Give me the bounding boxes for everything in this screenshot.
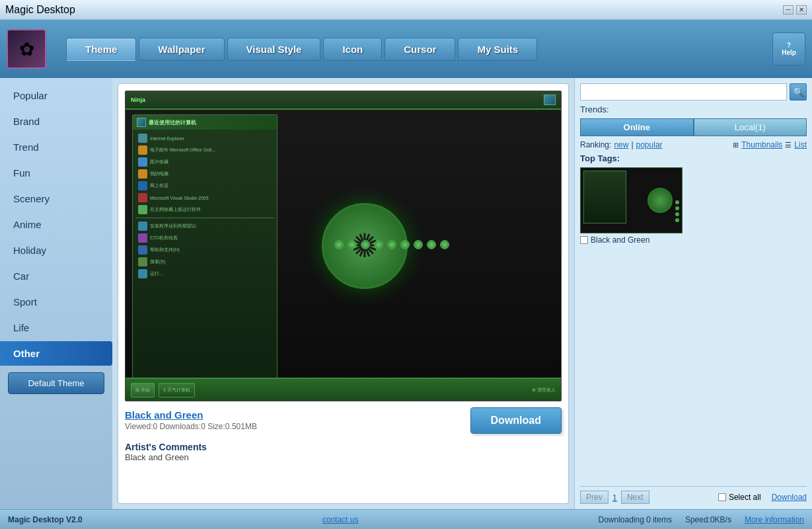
grid-icon: ⊞: [733, 141, 739, 149]
artist-comments-title: Artist's Comments: [125, 442, 562, 452]
preview-taskbar-bottom: ⊞ 开始 ☿ 天气计算机 ⊕漂亮美人: [126, 378, 561, 401]
panel-tabs: Online Local(1): [580, 118, 807, 136]
tab-visual-style[interactable]: Visual Style: [227, 38, 321, 61]
preview-dots: [334, 240, 521, 249]
sidebar-item-fun[interactable]: Fun: [0, 161, 112, 185]
preview-window: 最近使用过的计算机 Internet Explorer 电子邮件 Microso…: [132, 114, 277, 401]
thumb-mini-panel: [583, 171, 626, 224]
select-all-row: Select all: [718, 493, 761, 502]
thumbnail-image[interactable]: [580, 167, 683, 233]
sidebar: Popular Brand Trend Fun Scenery Anime Ho…: [0, 78, 112, 509]
page-number[interactable]: 1: [612, 493, 617, 503]
artist-comments-text: Black and Green: [125, 452, 562, 462]
theme-download-row: Black and Green Viewed:0 Downloads:0 Siz…: [125, 407, 562, 434]
thumbnails-link[interactable]: Thumbnails: [741, 140, 782, 149]
status-more-info[interactable]: More information: [745, 515, 804, 524]
sidebar-item-life[interactable]: Life: [0, 315, 112, 340]
theme-meta: Viewed:0 Downloads:0 Size:0.501MB: [125, 422, 257, 431]
sidebar-item-other[interactable]: Other: [0, 341, 112, 366]
sidebar-item-popular[interactable]: Popular: [0, 83, 112, 108]
nav-tabs: Theme Wallpaper Visual Style Icon Cursor…: [53, 38, 766, 61]
help-button[interactable]: ? Help: [772, 32, 805, 65]
status-speed: Speed:0KB/s: [685, 515, 731, 524]
thumb-mini-badge: [647, 188, 673, 213]
sidebar-item-brand[interactable]: Brand: [0, 109, 112, 134]
app-logo: ✿: [7, 29, 46, 69]
status-version: Magic Desktop V2.0: [8, 515, 83, 524]
preview-image: Ninja 最近使用过的计算机 Internet Explorer 电子邮件 M…: [125, 91, 562, 401]
ranking-label: Ranking:: [580, 140, 611, 149]
ranking-row: Ranking: new | popular ⊞ Thumbnails ☰ Li…: [580, 140, 807, 149]
next-button[interactable]: Next: [621, 491, 649, 504]
right-panel: 🔍 Trends: Online Local(1) Ranking: new |…: [574, 78, 812, 509]
app-title: Magic Desktop: [5, 4, 75, 16]
main-area: Popular Brand Trend Fun Scenery Anime Ho…: [0, 78, 812, 509]
content-area: Ninja 最近使用过的计算机 Internet Explorer 电子邮件 M…: [112, 78, 574, 509]
select-all-checkbox[interactable]: [718, 493, 726, 501]
select-all-label: Select all: [729, 493, 761, 502]
sidebar-item-anime[interactable]: Anime: [0, 212, 112, 237]
artist-comments: Artist's Comments Black and Green: [125, 442, 562, 462]
bottom-action-row: Prev 1 Next Select all Download: [580, 486, 807, 504]
prev-button[interactable]: Prev: [580, 491, 609, 504]
sidebar-item-trend[interactable]: Trend: [0, 135, 112, 159]
tab-cursor[interactable]: Cursor: [385, 38, 455, 61]
taskbar-app1: ☿ 天气计算机: [159, 383, 195, 397]
pagination: Prev 1 Next: [580, 491, 649, 504]
tab-online[interactable]: Online: [580, 118, 694, 136]
preview-menu-items: Internet Explorer 电子邮件 Microsoft Office …: [133, 130, 277, 282]
thumb-checkbox[interactable]: [580, 236, 588, 244]
titlebar-controls: ─ ✕: [783, 5, 807, 15]
minimize-button[interactable]: ─: [783, 5, 794, 15]
search-input[interactable]: [580, 83, 787, 101]
search-bar: 🔍: [580, 83, 807, 101]
download-button[interactable]: Download: [470, 407, 562, 434]
tab-local[interactable]: Local(1): [694, 118, 807, 136]
theme-info: Black and Green Viewed:0 Downloads:0 Siz…: [125, 407, 257, 434]
sidebar-item-car[interactable]: Car: [0, 264, 112, 288]
ranking-right: ⊞ Thumbnails ☰ List: [733, 140, 807, 149]
ranking-left: Ranking: new | popular: [580, 140, 663, 149]
thumbnail-item: Black and Green: [580, 167, 807, 245]
thumbnail-grid: Black and Green: [580, 167, 807, 245]
sidebar-item-sport[interactable]: Sport: [0, 290, 112, 314]
lotus-icon: ✿: [19, 38, 34, 60]
preview-taskbar-top: Ninja: [126, 91, 561, 110]
sidebar-item-holiday[interactable]: Holiday: [0, 238, 112, 263]
default-theme-button[interactable]: Default Theme: [8, 372, 104, 394]
help-icon: ?: [787, 42, 791, 49]
right-download-button[interactable]: Download: [772, 493, 807, 502]
close-button[interactable]: ✕: [796, 5, 807, 15]
list-link[interactable]: List: [794, 140, 807, 149]
tab-wallpaper[interactable]: Wallpaper: [139, 38, 224, 61]
theme-panel: Ninja 最近使用过的计算机 Internet Explorer 电子邮件 M…: [118, 83, 569, 504]
status-downloading: Downloading 0 items: [598, 515, 671, 524]
header: ✿ Theme Wallpaper Visual Style Icon Curs…: [0, 20, 812, 78]
tab-theme[interactable]: Theme: [66, 38, 136, 61]
statusbar: Magic Desktop V2.0 contact us Downloadin…: [0, 509, 812, 529]
help-label: Help: [782, 49, 796, 56]
theme-name-title: Black and Green: [125, 409, 257, 421]
taskbar-start-btn: ⊞ 开始: [131, 383, 155, 397]
trends-label: Trends:: [580, 104, 807, 114]
titlebar: Magic Desktop ─ ✕: [0, 0, 812, 20]
preview-win-titlebar: 最近使用过的计算机: [133, 115, 277, 130]
search-button[interactable]: 🔍: [790, 83, 807, 101]
thumb-label-row: Black and Green: [580, 235, 807, 245]
toptags-label: Top Tags:: [580, 153, 807, 163]
tab-my-suits[interactable]: My Suits: [458, 38, 537, 61]
thumb-mini-dots: [675, 200, 679, 222]
status-contact[interactable]: contact us: [322, 515, 359, 524]
preview-desktop: Ninja 最近使用过的计算机 Internet Explorer 电子邮件 M…: [126, 91, 561, 401]
ranking-popular-link[interactable]: popular: [636, 140, 663, 149]
thumb-name: Black and Green: [591, 235, 649, 245]
status-right: Downloading 0 items Speed:0KB/s More inf…: [598, 515, 804, 524]
ranking-new-link[interactable]: new: [614, 140, 628, 149]
list-icon: ☰: [785, 141, 792, 149]
sidebar-item-scenery[interactable]: Scenery: [0, 186, 112, 211]
tab-icon[interactable]: Icon: [323, 38, 382, 61]
thumb-mini-desktop: [581, 168, 682, 233]
titlebar-left: Magic Desktop: [5, 4, 75, 16]
